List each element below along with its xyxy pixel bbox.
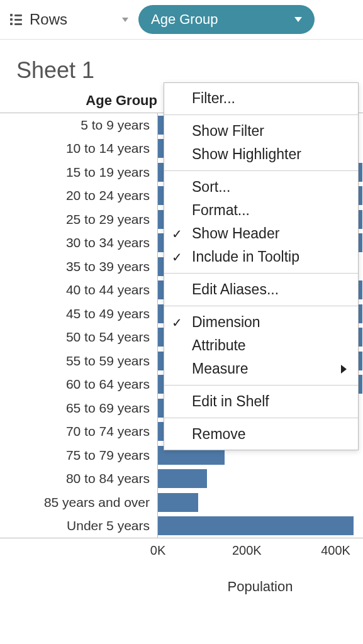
column-header: Age Group [0,92,157,113]
category-label: 70 to 74 years [0,424,157,439]
category-label: 60 to 64 years [0,377,157,392]
check-icon: ✓ [172,315,182,330]
axis-tick: 0K [150,543,165,558]
bar-cell [157,467,363,491]
category-label: 35 to 39 years [0,259,157,274]
menu-remove[interactable]: Remove [164,423,358,446]
category-label: 75 to 79 years [0,448,157,463]
category-label: 25 to 29 years [0,212,157,227]
pill-label: Age Group [151,11,218,28]
rows-icon [10,14,22,25]
chevron-right-icon [341,365,347,374]
table-row: Under 5 years [0,514,363,538]
axis-tick: 200K [232,543,262,558]
category-label: 55 to 59 years [0,353,157,369]
menu-format[interactable]: Format... [164,199,358,222]
rows-shelf: Rows Age Group [0,0,363,40]
chevron-down-icon[interactable] [294,17,302,22]
category-label: 85 years and over [0,495,157,510]
menu-attribute[interactable]: Attribute [164,334,358,357]
bar-cell [157,514,363,538]
menu-show-highlighter[interactable]: Show Highlighter [164,143,358,166]
category-label: 5 to 9 years [0,118,157,133]
table-row: 80 to 84 years [0,467,363,491]
category-label: 40 to 44 years [0,282,157,297]
bar[interactable] [158,493,198,512]
rows-shelf-label: Rows [30,11,67,28]
sheet-area: Sheet 1 Age Group 5 to 9 years10 to 14 y… [0,40,363,595]
menu-filter[interactable]: Filter... [164,87,358,110]
chevron-down-icon [122,18,128,22]
category-label: 45 to 49 years [0,306,157,321]
pill-context-menu: Filter... Show Filter Show Highlighter S… [164,82,359,450]
category-label: 10 to 14 years [0,141,157,156]
menu-show-filter[interactable]: Show Filter [164,119,358,143]
menu-include-in-tooltip[interactable]: ✓Include in Tooltip [164,245,358,269]
axis-tick: 400K [321,543,350,558]
rows-pill-age-group[interactable]: Age Group [138,5,315,34]
category-label: 30 to 34 years [0,235,157,250]
menu-measure[interactable]: Measure [164,357,358,380]
x-axis: 0K200K400K [0,538,363,560]
check-icon: ✓ [172,250,182,265]
menu-sort[interactable]: Sort... [164,175,358,199]
menu-edit-in-shelf[interactable]: Edit in Shelf [164,390,358,413]
bar[interactable] [158,469,207,488]
menu-dimension[interactable]: ✓Dimension [164,311,358,334]
menu-show-header[interactable]: ✓Show Header [164,222,358,245]
category-label: 50 to 54 years [0,330,157,345]
category-label: 65 to 69 years [0,401,157,416]
menu-edit-aliases[interactable]: Edit Aliases... [164,278,358,301]
check-icon: ✓ [172,226,182,242]
bar[interactable] [158,516,354,535]
category-label: 80 to 84 years [0,471,157,486]
category-label: Under 5 years [0,518,157,533]
x-axis-title: Population [157,560,363,595]
bar-cell [157,491,363,514]
table-row: 85 years and over [0,491,363,514]
category-label: 20 to 24 years [0,188,157,203]
rows-shelf-label-wrap[interactable]: Rows [6,7,138,32]
category-label: 15 to 19 years [0,165,157,180]
